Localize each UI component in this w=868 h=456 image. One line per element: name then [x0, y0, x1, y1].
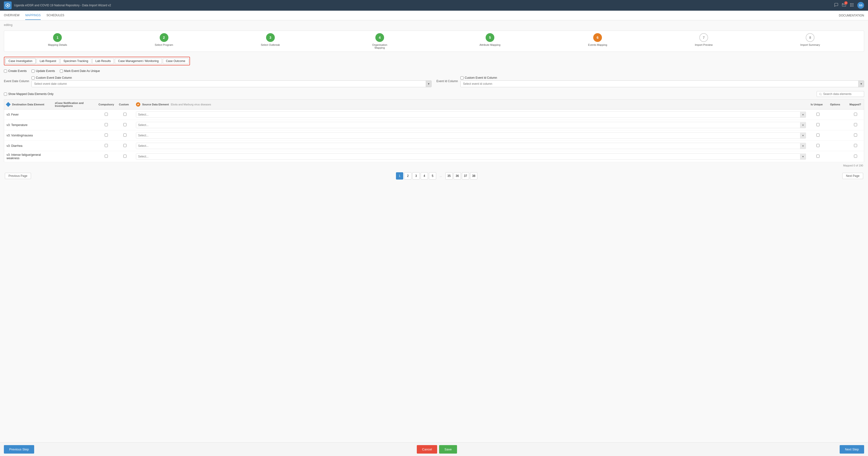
source-dropdown-btn-4[interactable]: ▾ [800, 154, 806, 159]
unique-check-3[interactable] [816, 144, 819, 147]
page-btn-37[interactable]: 37 [462, 172, 469, 180]
user-avatar[interactable]: SS [857, 2, 864, 9]
unique-check-2[interactable] [816, 133, 819, 136]
page-btn-4[interactable]: 4 [421, 172, 428, 180]
event-date-dropdown-btn[interactable]: ▾ [426, 81, 431, 87]
step-1[interactable]: 1 Mapping Details [48, 33, 67, 46]
event-id-dropdown-btn[interactable]: ▾ [858, 81, 864, 87]
update-events-checkbox[interactable] [31, 69, 35, 73]
custom-check-4[interactable] [123, 155, 126, 158]
step-6[interactable]: 6 Events Mapping [588, 33, 607, 46]
mapped-check-3[interactable] [854, 144, 857, 147]
page-btn-3[interactable]: 3 [412, 172, 420, 180]
next-step-btn[interactable]: Next Step [840, 445, 864, 454]
page-btn-2[interactable]: 2 [404, 172, 411, 180]
next-page-btn[interactable]: Next Page [842, 173, 863, 179]
source-select-3[interactable] [136, 143, 800, 149]
tab-case-investigation[interactable]: Case Investigation [5, 58, 36, 64]
unique-check-1[interactable] [816, 123, 819, 126]
custom-check-2[interactable] [123, 133, 126, 136]
mark-event-date-checkbox[interactable] [60, 69, 63, 73]
event-id-input[interactable] [461, 81, 858, 87]
page-btn-35[interactable]: 35 [445, 172, 453, 180]
source-cell-3: ▾ [133, 141, 808, 151]
custom-cell-3 [117, 141, 133, 151]
custom-check-0[interactable] [123, 113, 126, 116]
previous-step-btn[interactable]: Previous Step [4, 445, 34, 454]
create-events-checkbox[interactable] [4, 69, 7, 73]
editing-label: editing [4, 23, 864, 27]
source-dropdown-btn-0[interactable]: ▾ [800, 112, 806, 118]
app-title: Uganda eIDSR and COVID 19 National Repos… [14, 4, 111, 7]
source-dropdown-btn-2[interactable]: ▾ [800, 133, 806, 139]
search-input[interactable] [823, 92, 862, 96]
unique-check-0[interactable] [816, 113, 819, 116]
compulsory-cell-0 [96, 110, 117, 120]
nav-mappings[interactable]: MAPPINGS [25, 11, 40, 20]
page-btn-5[interactable]: 5 [429, 172, 436, 180]
nav-overview[interactable]: OVERVIEW [4, 11, 20, 20]
source-select-0[interactable] [136, 112, 800, 118]
mapped-check-1[interactable] [854, 123, 857, 126]
tab-lab-request[interactable]: Lab Request [37, 58, 59, 64]
page-btn-36[interactable]: 36 [454, 172, 461, 180]
nav-documentation[interactable]: DOCUMENTATION [839, 14, 864, 17]
header-compulsory: Compulsory [96, 99, 117, 110]
custom-check-3[interactable] [123, 144, 126, 147]
save-btn[interactable]: Save [439, 445, 457, 454]
step-2-circle: 2 [160, 33, 168, 42]
compulsory-check-2[interactable] [105, 133, 108, 136]
source-dropdown-btn-3[interactable]: ▾ [800, 143, 806, 149]
mail-icon[interactable]: 2 [842, 3, 846, 8]
chat-icon[interactable] [834, 3, 838, 8]
link-icon: ⇌ [136, 102, 140, 107]
source-select-4[interactable] [136, 154, 800, 159]
prev-page-btn[interactable]: Previous Page [5, 173, 31, 179]
step-7[interactable]: 7 Import Preview [695, 33, 713, 46]
compulsory-check-3[interactable] [105, 144, 108, 147]
source-select-1[interactable] [136, 122, 800, 128]
apps-icon[interactable] [849, 3, 854, 8]
mapped-cell-0 [847, 110, 864, 120]
compulsory-check-0[interactable] [105, 113, 108, 116]
custom-check-1[interactable] [123, 123, 126, 126]
mark-event-date-option[interactable]: Mark Event Date As Unique [60, 69, 100, 73]
page-btn-38[interactable]: 38 [470, 172, 477, 180]
step-7-label: Import Preview [695, 43, 713, 46]
step-6-label: Events Mapping [588, 43, 607, 46]
custom-event-date-check: Custom Event Date Column [31, 76, 432, 80]
show-mapped-option[interactable]: Show Mapped Data Elements Only [4, 92, 54, 96]
step-3[interactable]: 3 Select Outbreak [261, 33, 280, 46]
compulsory-check-1[interactable] [105, 123, 108, 126]
step-4-circle: 4 [375, 33, 384, 42]
source-select-2[interactable] [136, 132, 800, 139]
mapped-check-2[interactable] [854, 133, 857, 136]
compulsory-check-4[interactable] [105, 155, 108, 158]
tab-case-management[interactable]: Case Management / Monitoring [115, 58, 162, 64]
tab-case-outcome[interactable]: Case Outcome [163, 58, 188, 64]
custom-id-checkbox[interactable] [460, 76, 464, 80]
show-mapped-checkbox[interactable] [4, 93, 7, 96]
cancel-btn[interactable]: Cancel [417, 445, 437, 454]
page-btn-1[interactable]: 1 [396, 172, 403, 180]
source-dropdown-btn-1[interactable]: ▾ [800, 122, 806, 128]
mapped-check-4[interactable] [854, 155, 857, 158]
source-cell-4: ▾ [133, 151, 808, 162]
tab-specimen-tracking[interactable]: Specimen Tracking [60, 58, 91, 64]
tab-lab-results[interactable]: Lab Results [92, 58, 114, 64]
unique-check-4[interactable] [816, 155, 819, 158]
nav-schedules[interactable]: SCHEDULES [46, 11, 64, 20]
unique-cell-1 [808, 120, 828, 130]
custom-date-checkbox[interactable] [31, 76, 35, 80]
update-events-option[interactable]: Update Events [31, 69, 55, 73]
step-8[interactable]: 8 Import Summary [800, 33, 820, 46]
mapped-check-0[interactable] [854, 113, 857, 116]
options-row: Create Events Update Events Mark Event D… [4, 69, 864, 73]
step-5[interactable]: 5 Attribute Mapping [479, 33, 500, 46]
dest-cell-1: v3: Temperature [4, 120, 53, 130]
create-events-option[interactable]: Create Events [4, 69, 27, 73]
step-2[interactable]: 2 Select Program [155, 33, 173, 46]
step-4[interactable]: 4 Organisation Mapping [368, 33, 392, 49]
nav-left: OVERVIEW MAPPINGS SCHEDULES [4, 11, 64, 20]
event-date-input[interactable] [32, 81, 426, 87]
